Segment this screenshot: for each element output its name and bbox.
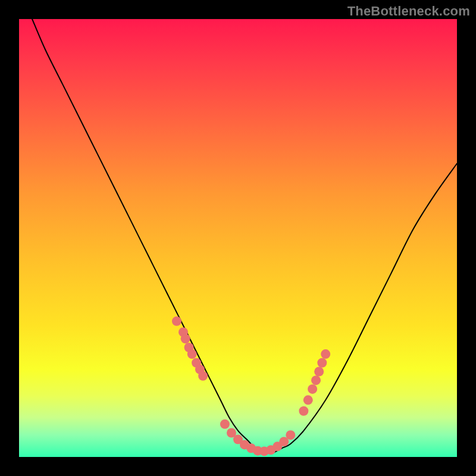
- data-marker: [311, 375, 321, 385]
- data-marker: [303, 395, 313, 405]
- data-markers: [172, 317, 330, 456]
- data-marker: [321, 349, 330, 359]
- data-marker: [198, 371, 208, 381]
- data-marker: [220, 419, 230, 429]
- watermark-text: TheBottleneck.com: [347, 4, 470, 19]
- data-marker: [181, 334, 190, 343]
- curve-svg: [19, 19, 457, 457]
- data-marker: [286, 430, 295, 440]
- chart-frame: TheBottleneck.com: [0, 0, 476, 476]
- data-marker: [299, 406, 308, 416]
- data-marker: [308, 384, 317, 394]
- data-marker: [314, 367, 324, 376]
- bottleneck-curve: [32, 19, 457, 453]
- data-marker: [172, 317, 181, 326]
- data-marker: [187, 349, 197, 359]
- plot-area: [19, 19, 457, 457]
- data-marker: [317, 358, 327, 368]
